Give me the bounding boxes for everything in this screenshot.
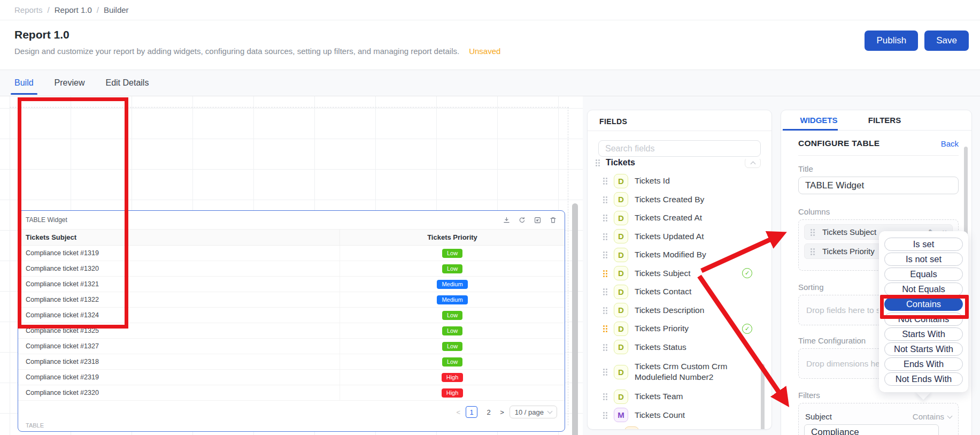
field-item[interactable]: D Tickets Contact ✓ [588,283,771,301]
operator-option[interactable]: Equals [884,268,963,281]
fields-group-header[interactable]: Tickets [588,159,771,172]
table-row: Compliance ticket #2320 High [18,385,565,401]
drag-handle-icon[interactable] [810,228,815,236]
drag-handle-icon[interactable] [603,270,607,277]
field-item[interactable]: M Tickets Count ✓ [588,406,771,425]
field-selected-check-icon: ✓ [742,324,752,334]
operator-option[interactable]: Is not set [884,253,963,266]
view-tab[interactable]: Preview [55,70,85,96]
page-size-select[interactable]: 10 / page [510,406,557,418]
field-label: Tickets Id [635,175,670,186]
operator-option[interactable]: Ends With [884,357,963,371]
pagination-prev-icon[interactable]: < [457,408,461,416]
operator-option[interactable]: Not Ends With [884,372,963,386]
publish-button[interactable]: Publish [865,30,918,51]
collapse-group-button[interactable] [745,159,761,168]
operator-option[interactable]: Is set [884,238,963,251]
fields-scrollbar[interactable] [761,364,765,430]
panel-tab[interactable]: FILTERS [856,110,913,130]
drag-handle-icon[interactable] [603,196,607,203]
field-item[interactable]: D Tickets Priority ✓ [588,319,771,338]
cell-subject: Compliance ticket #1327 [18,339,340,354]
cell-subject: Compliance ticket #2318 [18,354,340,369]
priority-tag: Medium [437,280,467,289]
field-label: Tickets Subject [635,268,691,279]
operator-option[interactable]: Not Equals [884,283,963,296]
report-canvas[interactable]: TABLE Widget Tickets Subject Tickets Pri… [0,96,583,435]
drag-handle-icon[interactable] [603,251,607,258]
drag-handle-icon[interactable] [603,214,607,222]
drag-handle-icon[interactable] [810,248,815,255]
table-row: Compliance ticket #1319 Low [18,246,565,261]
save-button[interactable]: Save [924,30,969,51]
table-row: Compliance ticket #1324 Low [18,308,565,323]
panel-tab[interactable]: WIDGETS [791,110,847,130]
field-item[interactable]: D Tickets Id ✓ [588,172,771,190]
chevron-down-icon [947,413,953,418]
widget-type-label: TABLE [26,422,44,429]
filters-dropzone[interactable]: Subject Contains Compliance Filter ✕ Rem… [798,403,959,435]
column-header-subject[interactable]: Tickets Subject [18,230,340,245]
pagination-page[interactable]: 1 [466,406,477,418]
field-type-badge: D [614,174,628,188]
field-item[interactable]: D Tickets Created At ✓ [588,209,771,227]
field-type-badge: D [614,390,628,404]
download-icon[interactable] [503,216,511,224]
table-row: Compliance ticket #1327 Low [18,339,565,354]
active-tab-underline [783,129,838,131]
field-selected-check-icon: ✓ [742,268,752,278]
breadcrumb-item[interactable]: / [97,5,99,14]
drag-handle-icon[interactable] [603,411,607,419]
filter-operator-select[interactable]: Contains [913,412,952,421]
configure-panel-tabs: WIDGETSFILTERS [781,110,971,131]
operator-option[interactable]: Contains [884,297,963,311]
table-widget[interactable]: TABLE Widget Tickets Subject Tickets Pri… [18,210,565,432]
operator-option[interactable]: Not Contains [884,312,963,326]
table-header-row: Tickets Subject Tickets Priority [18,230,565,246]
filter-value-input[interactable]: Compliance [804,424,939,435]
view-tab[interactable]: Build [14,70,34,96]
field-item[interactable]: D Tickets Updated At ✓ [588,227,771,246]
breadcrumb-item[interactable]: / [48,5,50,14]
drag-handle-icon[interactable] [603,177,607,185]
drag-handle-icon[interactable] [603,325,607,332]
operator-option[interactable]: Not Starts With [884,342,963,356]
widget-title-input[interactable]: TABLE Widget [798,177,959,194]
drag-handle-icon[interactable] [603,368,607,376]
field-item[interactable]: D Tickets Status ✓ [588,338,771,357]
drag-handle-icon[interactable] [603,288,607,295]
field-item[interactable]: D Tickets Team ✓ [588,387,771,406]
view-tab[interactable]: Edit Details [105,70,149,96]
delete-icon[interactable] [550,216,557,224]
breadcrumb-item[interactable]: Report 1.0 [55,5,92,14]
field-item[interactable]: D Tickets Crm Custom Crm Modulefield Num… [588,356,771,387]
pagination-next-icon[interactable]: > [500,408,504,416]
drag-handle-icon[interactable] [595,159,600,166]
canvas-scrollbar[interactable] [572,203,578,435]
field-item[interactable]: D Tickets Created By ✓ [588,190,771,209]
column-header-priority[interactable]: Tickets Priority [340,230,565,245]
cell-subject: Compliance ticket #1322 [18,292,340,307]
drag-handle-icon[interactable] [603,307,607,314]
table-row: Compliance ticket #1320 Low [18,261,565,277]
drag-handle-icon[interactable] [603,233,607,240]
operator-option[interactable]: Starts With [884,327,963,341]
back-link[interactable]: Back [941,139,959,148]
search-input[interactable]: Search fields [598,140,761,157]
field-type-badge: D [614,365,628,379]
breadcrumb-item[interactable]: Reports [14,5,43,14]
widget-title: TABLE Widget [26,216,67,224]
field-item[interactable]: D Tickets Subject ✓ [588,264,771,283]
cell-subject: Compliance ticket #1325 [18,323,340,338]
breadcrumb-item[interactable]: Builder [104,5,129,14]
refresh-icon[interactable] [519,216,526,224]
expand-icon[interactable] [534,216,542,224]
drag-handle-icon[interactable] [603,393,607,400]
cell-subject: Compliance ticket #1321 [18,277,340,292]
drag-handle-icon[interactable] [603,344,607,351]
field-item[interactable]: D Tickets Modified By ✓ [588,246,771,264]
pagination-page[interactable]: 2 [483,406,495,418]
operator-dropdown: Is setIs not setEqualsNot EqualsContains… [879,231,968,392]
columns-label: Columns [798,207,959,216]
field-item[interactable]: D Tickets Description ✓ [588,301,771,320]
